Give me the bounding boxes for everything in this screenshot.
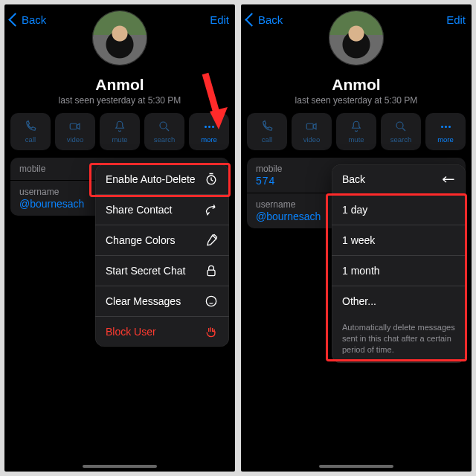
left-screen: Back Edit Anmol last seen yesterday at 5…: [4, 4, 235, 472]
last-seen: last seen yesterday at 5:30 PM: [4, 95, 235, 106]
more-menu-popup: Enable Auto-Delete Share Contact Change …: [95, 164, 229, 347]
hand-icon: [204, 324, 219, 339]
menu-share-contact[interactable]: Share Contact: [95, 194, 229, 225]
action-row: call video mute search: [241, 106, 472, 156]
arrow-left-icon: [442, 174, 455, 184]
action-row: call video mute search: [4, 106, 235, 156]
chevron-left-icon: [8, 13, 22, 26]
svg-rect-3: [208, 270, 215, 276]
profile-name: Anmol: [241, 76, 472, 94]
option-1-month-label: 1 month: [342, 265, 380, 277]
call-label: call: [25, 135, 36, 144]
call-button[interactable]: call: [10, 113, 51, 150]
edit-button[interactable]: Edit: [210, 13, 229, 26]
video-button[interactable]: video: [292, 113, 332, 150]
profile-name: Anmol: [4, 76, 235, 94]
popup-back[interactable]: Back: [332, 164, 466, 194]
brush-icon: [204, 233, 219, 248]
bell-icon: [113, 120, 126, 133]
bell-icon: [350, 120, 363, 133]
menu-clear-label: Clear Messages: [106, 295, 181, 307]
more-icon: [439, 120, 452, 133]
auto-delete-popup: Back 1 day 1 week 1 month Other... Autom…: [332, 164, 466, 363]
mute-label: mute: [112, 135, 127, 144]
back-button[interactable]: Back: [10, 13, 46, 26]
more-icon: [202, 120, 216, 133]
more-label: more: [201, 135, 217, 144]
video-label: video: [67, 135, 84, 144]
phone-icon: [24, 120, 37, 133]
mute-label: mute: [348, 135, 364, 144]
phone-icon: [260, 120, 274, 133]
menu-auto-delete[interactable]: Enable Auto-Delete: [95, 164, 229, 194]
back-label: Back: [22, 13, 46, 26]
left-phone: Back Edit Anmol last seen yesterday at 5…: [4, 4, 235, 472]
home-indicator: [319, 465, 393, 468]
menu-secret-label: Start Secret Chat: [106, 265, 185, 277]
video-icon: [68, 120, 82, 133]
back-button[interactable]: Back: [247, 13, 283, 26]
mute-button[interactable]: mute: [100, 113, 140, 150]
menu-secret-chat[interactable]: Start Secret Chat: [95, 255, 229, 286]
menu-block-user[interactable]: Block User: [95, 316, 229, 347]
svg-point-6: [396, 122, 403, 129]
right-screen: Back Edit Anmol last seen yesterday at 5…: [241, 4, 472, 472]
timer-icon: [204, 172, 219, 187]
option-1-week[interactable]: 1 week: [332, 225, 466, 255]
search-button[interactable]: search: [381, 113, 421, 150]
option-other-label: Other...: [342, 295, 376, 307]
avatar-wrap: [92, 10, 147, 65]
lock-icon: [204, 263, 219, 278]
more-button[interactable]: more: [189, 113, 229, 150]
call-label: call: [262, 135, 272, 144]
back-label: Back: [258, 13, 283, 26]
search-label: search: [154, 135, 176, 144]
option-1-week-label: 1 week: [342, 234, 375, 246]
chevron-left-icon: [245, 13, 258, 26]
home-indicator: [83, 465, 157, 468]
svg-rect-5: [306, 123, 313, 129]
video-icon: [305, 120, 318, 133]
option-1-month[interactable]: 1 month: [332, 255, 466, 286]
popup-back-label: Back: [342, 173, 365, 185]
right-phone: Back Edit Anmol last seen yesterday at 5…: [241, 4, 472, 472]
avatar[interactable]: [329, 10, 384, 65]
option-1-day[interactable]: 1 day: [332, 194, 466, 225]
svg-point-4: [206, 296, 216, 306]
more-label: more: [437, 135, 454, 144]
svg-point-1: [160, 122, 167, 129]
search-button[interactable]: search: [144, 113, 184, 150]
option-1-day-label: 1 day: [342, 204, 367, 216]
menu-clear-messages[interactable]: Clear Messages: [95, 286, 229, 316]
mute-button[interactable]: mute: [336, 113, 376, 150]
menu-block-label: Block User: [106, 326, 156, 338]
share-icon: [204, 202, 219, 217]
more-button[interactable]: more: [425, 113, 466, 150]
menu-auto-delete-label: Enable Auto-Delete: [106, 173, 196, 185]
last-seen: last seen yesterday at 5:30 PM: [241, 95, 472, 106]
call-button[interactable]: call: [247, 113, 287, 150]
menu-colors-label: Change Colors: [106, 234, 175, 246]
clear-icon: [204, 294, 219, 309]
menu-share-label: Share Contact: [106, 204, 173, 216]
svg-rect-0: [70, 123, 77, 129]
search-icon: [158, 120, 171, 133]
search-icon: [394, 120, 408, 133]
search-label: search: [390, 135, 412, 144]
avatar-wrap: [329, 10, 384, 65]
option-other[interactable]: Other...: [332, 286, 466, 316]
popup-description: Automatically delete messages sent in th…: [332, 316, 466, 363]
avatar[interactable]: [92, 10, 147, 65]
video-button[interactable]: video: [55, 113, 95, 150]
video-label: video: [303, 135, 321, 144]
menu-change-colors[interactable]: Change Colors: [95, 225, 229, 255]
edit-button[interactable]: Edit: [446, 13, 466, 26]
